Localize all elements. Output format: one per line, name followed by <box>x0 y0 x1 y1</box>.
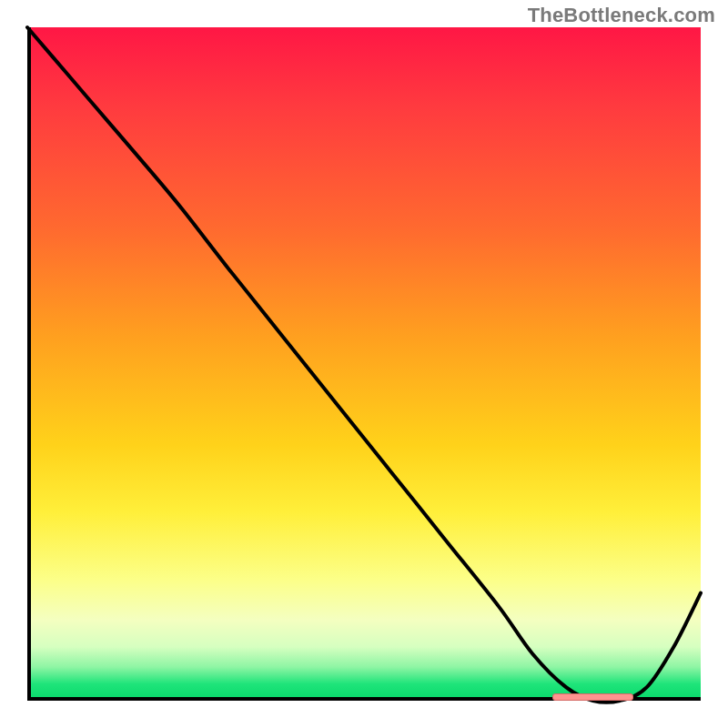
chart-container: TheBottleneck.com <box>0 0 728 728</box>
attribution-label: TheBottleneck.com <box>528 4 715 27</box>
bottleneck-curve <box>27 27 701 701</box>
optimal-range-marker <box>552 693 633 701</box>
